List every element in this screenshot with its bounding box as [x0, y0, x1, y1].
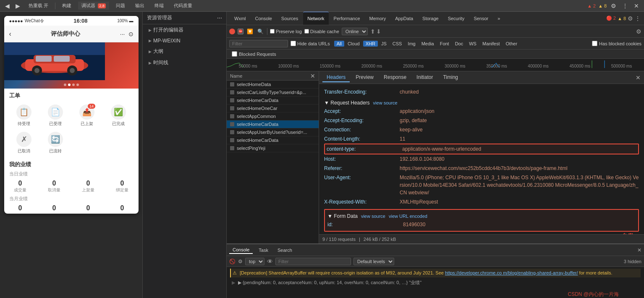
network-item-4[interactable]: selectAppCommon	[227, 112, 319, 120]
online-select[interactable]: Online	[342, 28, 368, 35]
form-data-header[interactable]: ▼ Form Data view source view URL encoded	[327, 212, 636, 220]
sidebar-item-outline[interactable]: ▶ 大纲	[143, 46, 226, 57]
console-filter-input[interactable]	[275, 258, 351, 265]
detail-tab-preview[interactable]: Preview	[351, 73, 378, 82]
tab-sources[interactable]: Sources	[277, 12, 302, 25]
tab-network[interactable]: Network	[303, 12, 328, 25]
toolbar-settings-btn[interactable]: ⚙	[636, 28, 641, 35]
preserve-log-input[interactable]	[270, 29, 275, 34]
console-top-select[interactable]: top	[245, 258, 264, 265]
console-tab-task[interactable]: Task	[255, 247, 272, 254]
stop-btn[interactable]: ⛔	[238, 29, 243, 34]
filter-cloud[interactable]: Cloud	[345, 41, 362, 47]
tab-more[interactable]: »	[493, 12, 504, 25]
terminal-tab[interactable]: 终端	[151, 2, 167, 10]
network-list-body[interactable]: selectHomeData selectCarListByType?useri…	[227, 81, 319, 243]
filter-doc[interactable]: Doc	[453, 41, 466, 47]
network-item-0[interactable]: selectHomeData	[227, 81, 319, 89]
sidebar-more-icon[interactable]: ⋯	[217, 15, 222, 21]
tab-storage[interactable]: Storage	[418, 12, 443, 25]
phone-more-btn[interactable]: ···	[120, 31, 125, 37]
phone-icon-transferred[interactable]: 🔄 已流转	[41, 130, 71, 156]
filter-input[interactable]	[229, 40, 288, 47]
phone-icon-accepted[interactable]: 📄 已受理	[41, 103, 71, 128]
filter-css[interactable]: CSS	[390, 41, 405, 47]
detail-tab-headers[interactable]: Headers	[322, 73, 350, 82]
console-settings-icon[interactable]: ⚙	[238, 259, 243, 264]
console-eye-btn[interactable]: 👁	[267, 258, 273, 265]
console-close-btn[interactable]: ✕	[637, 247, 641, 253]
disable-cache-input[interactable]	[304, 29, 309, 34]
devtools-settings-btn[interactable]: ⚙	[628, 15, 633, 22]
filter-other[interactable]: Other	[503, 41, 520, 47]
blocked-requests-checkbox[interactable]: Blocked Requests	[229, 51, 279, 57]
tab-security[interactable]: Security	[444, 12, 469, 25]
phone-icon-pending[interactable]: 📋 待受理	[9, 103, 39, 128]
output-tab[interactable]: 输出	[132, 2, 148, 10]
code-quality-tab[interactable]: 代码质量	[170, 2, 196, 10]
network-item-5[interactable]: selectHomeCarData	[227, 120, 319, 128]
issues-tab[interactable]: 问题	[113, 2, 128, 10]
tab-wxml[interactable]: Wxml	[230, 12, 250, 25]
network-list-close-btn[interactable]: ✕	[310, 73, 315, 79]
tab-performance[interactable]: Performance	[330, 12, 364, 25]
network-item-1[interactable]: selectCarListByType?userid=&p...	[227, 89, 319, 97]
record-btn[interactable]	[229, 29, 235, 34]
network-item-6[interactable]: selectAppUserByUserid?userid=...	[227, 128, 319, 136]
filter-icon[interactable]: 🔽	[246, 28, 254, 35]
debug-tab[interactable]: 调试器 2,8	[78, 2, 109, 10]
filter-media[interactable]: Media	[419, 41, 437, 47]
sidebar-item-timeline[interactable]: ▶ 时间线	[143, 57, 226, 68]
network-item-3[interactable]: selectHomeOneCar	[227, 105, 319, 112]
search-icon[interactable]: 🔍	[257, 28, 264, 35]
detail-tab-initiator[interactable]: Initiator	[412, 73, 437, 82]
has-blocked-cookies-checkbox[interactable]: Has blocked cookies	[592, 41, 641, 46]
filter-manifest[interactable]: Manifest	[480, 41, 503, 47]
has-blocked-cookies-input[interactable]	[592, 41, 597, 46]
hide-data-urls-checkbox[interactable]: Hide data URLs	[291, 41, 330, 46]
reload-btn[interactable]: 热重载 开	[25, 2, 52, 10]
network-item-7[interactable]: selectHomeCarData	[227, 136, 319, 144]
network-item-2[interactable]: selectHomeCarData	[227, 97, 319, 105]
phone-icon-cancelled[interactable]: ✗ 已取消	[9, 130, 39, 156]
console-tab-search[interactable]: Search	[274, 247, 296, 254]
request-headers-view-source[interactable]: view source	[373, 100, 398, 105]
settings-btn[interactable]: ⚙	[609, 2, 618, 10]
filter-js[interactable]: JS	[379, 41, 389, 47]
phone-icon-done[interactable]: ✅ 已完成	[104, 103, 134, 128]
sidebar-item-mp-weixin[interactable]: ▶ MP-WEIXIN	[143, 36, 226, 46]
upload-btn[interactable]: ⬆	[370, 28, 375, 35]
more-btn[interactable]: ⋮	[620, 2, 630, 10]
nav-back-btn[interactable]: ◀	[3, 2, 11, 10]
tab-appdata[interactable]: AppData	[391, 12, 417, 25]
form-data-view-url[interactable]: view URL encoded	[389, 214, 427, 219]
hide-data-urls-input[interactable]	[291, 41, 296, 46]
download-btn[interactable]: ⬇	[376, 28, 381, 35]
disable-cache-checkbox[interactable]: Disable cache	[304, 29, 339, 34]
console-warn-link-0[interactable]: https://developer.chrome.co m/blog/enabl…	[445, 270, 578, 275]
console-clear-btn[interactable]: 🚫	[229, 259, 236, 264]
devtools-more-btn[interactable]: ⋮	[635, 15, 641, 22]
tab-sensor[interactable]: Sensor	[469, 12, 492, 25]
request-headers-section[interactable]: ▼ Request Headers view source	[324, 98, 639, 107]
detail-tab-timing[interactable]: Timing	[439, 73, 462, 82]
nav-forward-btn[interactable]: ▶	[14, 2, 22, 10]
filter-ws[interactable]: WS	[466, 41, 479, 47]
tab-console[interactable]: Console	[251, 12, 276, 25]
console-tab-console[interactable]: Console	[229, 246, 253, 254]
preserve-log-checkbox[interactable]: Preserve log	[270, 29, 302, 34]
filter-all[interactable]: All	[334, 41, 344, 47]
filter-xhr[interactable]: XHR	[363, 41, 378, 47]
detail-close-btn[interactable]: ✕	[636, 74, 641, 81]
network-item-8[interactable]: selectPingYeji	[227, 144, 319, 152]
phone-icon-listed[interactable]: 📤 14 已上架	[72, 103, 102, 128]
close-btn[interactable]: ✕	[632, 2, 641, 10]
form-data-view-source[interactable]: view source	[361, 214, 385, 219]
build-tab[interactable]: 构建	[59, 2, 75, 10]
sidebar-item-open-editors[interactable]: ▶ 打开的编辑器	[143, 24, 226, 36]
filter-font[interactable]: Font	[437, 41, 452, 47]
console-level-select[interactable]: Default levels	[353, 258, 394, 265]
phone-record-btn[interactable]: ⊙	[128, 31, 134, 37]
tab-memory[interactable]: Memory	[365, 12, 390, 25]
blocked-requests-input[interactable]	[232, 51, 237, 57]
